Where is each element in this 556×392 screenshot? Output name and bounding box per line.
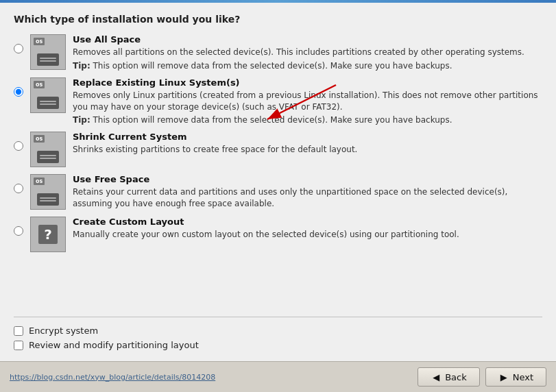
next-button[interactable]: ▶ Next (485, 367, 546, 387)
radio-use-all-space[interactable] (14, 44, 23, 53)
os-badge-4: os (34, 177, 45, 185)
encrypt-system-label[interactable]: Encrypt system (14, 326, 542, 336)
radio-replace-existing[interactable] (14, 87, 23, 97)
option-content-use-free-space: Use Free Space Retains your current data… (73, 174, 542, 210)
checkboxes-section: Encrypt system Review and modify partiti… (14, 320, 542, 354)
option-desc-shrink-current: Shrinks existing partitions to create fr… (73, 144, 542, 156)
back-button[interactable]: ◀ Back (418, 367, 480, 387)
hdd-shape (37, 53, 59, 66)
hdd-shape-4 (37, 193, 59, 206)
footer-url: https://blog.csdn.net/xyw_blog/article/d… (10, 373, 215, 382)
encrypt-system-checkbox[interactable] (14, 326, 23, 336)
back-label: Back (445, 372, 467, 382)
option-desc-use-all-space: Removes all partitions on the selected d… (73, 47, 542, 58)
option-desc-use-free-space: Retains your current data and partitions… (73, 186, 542, 210)
options-list: os Use All Space Removes all partitions … (14, 34, 542, 311)
option-desc-create-custom: Manually create your own custom layout o… (73, 229, 542, 241)
radio-create-custom[interactable] (14, 226, 23, 236)
option-content-create-custom: Create Custom Layout Manually create you… (73, 217, 542, 241)
option-use-all-space: os Use All Space Removes all partitions … (14, 34, 542, 71)
hdd-shape-2 (37, 97, 59, 109)
option-shrink-current: os Shrink Current System Shrinks existin… (14, 132, 542, 167)
next-icon: ▶ (498, 371, 509, 382)
option-title-use-free-space: Use Free Space (73, 174, 542, 184)
nav-buttons: ◀ Back ▶ Next (418, 367, 546, 387)
option-title-use-all-space: Use All Space (73, 34, 542, 45)
option-desc-replace-existing: Removes only Linux partitions (created f… (73, 90, 542, 113)
option-content-use-all-space: Use All Space Removes all partitions on … (73, 34, 542, 71)
option-title-replace-existing: Replace Existing Linux System(s) (73, 77, 542, 88)
os-badge-3: os (34, 135, 45, 143)
icon-use-all-space: os (30, 34, 66, 70)
option-create-custom: ? Create Custom Layout Manually create y… (14, 217, 542, 252)
option-tip-replace-existing: Tip: This option will remove data from t… (73, 115, 542, 125)
divider (14, 317, 542, 317)
icon-replace-existing: os (30, 77, 66, 113)
os-badge: os (34, 38, 45, 45)
back-icon: ◀ (431, 371, 442, 382)
option-title-shrink-current: Shrink Current System (73, 132, 542, 142)
radio-shrink-current[interactable] (14, 141, 23, 151)
next-label: Next (513, 372, 533, 382)
icon-shrink-current: os (30, 132, 66, 167)
os-badge-2: os (34, 81, 45, 88)
option-title-create-custom: Create Custom Layout (73, 217, 542, 227)
option-content-replace-existing: Replace Existing Linux System(s) Removes… (73, 77, 542, 125)
encrypt-system-text: Encrypt system (29, 326, 98, 336)
hdd-shape-3 (37, 151, 59, 163)
option-tip-use-all-space: Tip: This option will remove data from t… (73, 61, 542, 71)
icon-create-custom: ? (30, 217, 66, 252)
icon-use-free-space: os (30, 174, 66, 210)
review-partitioning-text: Review and modify partitioning layout (29, 340, 199, 350)
review-partitioning-label[interactable]: Review and modify partitioning layout (14, 340, 542, 350)
bottom-bar: https://blog.csdn.net/xyw_blog/article/d… (0, 361, 556, 392)
review-partitioning-checkbox[interactable] (14, 341, 23, 350)
option-replace-existing: os Replace Existing Linux System(s) Remo… (14, 77, 542, 125)
question-mark-icon: ? (38, 225, 58, 244)
option-content-shrink-current: Shrink Current System Shrinks existing p… (73, 132, 542, 156)
option-use-free-space: os Use Free Space Retains your current d… (14, 174, 542, 210)
page-title: Which type of installation would you lik… (14, 14, 542, 25)
radio-use-free-space[interactable] (14, 184, 23, 193)
